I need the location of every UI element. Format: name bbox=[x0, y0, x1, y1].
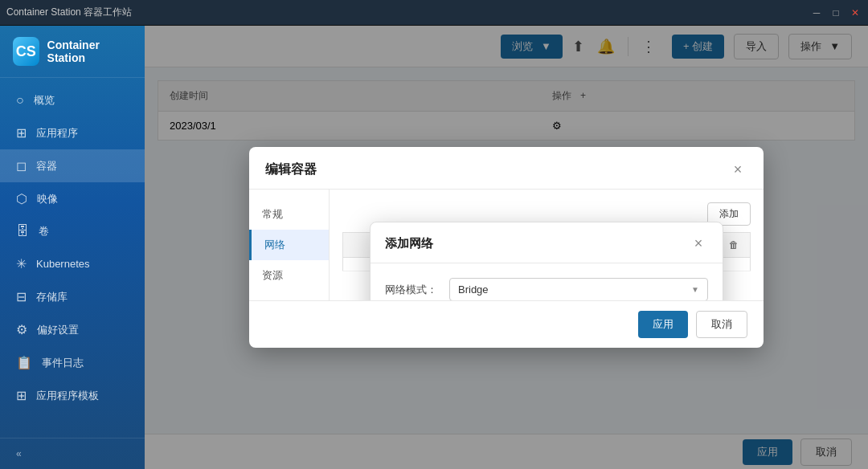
sidebar-label-app-templates: 应用程序模板 bbox=[36, 389, 99, 403]
sidebar-item-applications[interactable]: ⊞ 应用程序 bbox=[0, 116, 145, 149]
titlebar-title: Container Station 容器工作站 bbox=[6, 6, 132, 19]
tab-general[interactable]: 常规 bbox=[249, 199, 329, 230]
sidebar-item-settings[interactable]: ⚙ 偏好设置 bbox=[0, 313, 145, 346]
collapse-icon: « bbox=[16, 448, 22, 459]
settings-icon: ⚙ bbox=[16, 322, 27, 337]
sidebar-label-images: 映像 bbox=[37, 192, 58, 206]
titlebar: Container Station 容器工作站 ─ □ ✕ bbox=[0, 0, 868, 26]
edit-dialog-body: 常规 网络 资源 添加 bbox=[249, 190, 764, 300]
sidebar-item-app-templates[interactable]: ⊞ 应用程序模板 bbox=[0, 379, 145, 412]
sidebar-item-overview[interactable]: ○ 概览 bbox=[0, 84, 145, 116]
sidebar-nav: ○ 概览 ⊞ 应用程序 ◻ 容器 ⬡ 映像 🗄 卷 ✳ Kubernetes bbox=[0, 78, 145, 438]
images-icon: ⬡ bbox=[16, 191, 27, 206]
edit-container-dialog: 编辑容器 × 常规 网络 资源 bbox=[249, 147, 764, 348]
network-mode-select[interactable]: Bridge ▼ bbox=[449, 278, 708, 300]
sidebar-item-events[interactable]: 📋 事件日志 bbox=[0, 346, 145, 379]
sidebar-label-kubernetes: Kubernetes bbox=[36, 258, 90, 270]
app-templates-icon: ⊞ bbox=[16, 388, 27, 403]
sidebar: CS Container Station ○ 概览 ⊞ 应用程序 ◻ 容器 ⬡ … bbox=[0, 26, 145, 469]
edit-dialog-close[interactable]: × bbox=[728, 160, 747, 179]
sidebar-collapse[interactable]: « bbox=[0, 438, 145, 469]
sidebar-label-overview: 概览 bbox=[34, 93, 55, 108]
sidebar-item-storage[interactable]: ⊟ 存储库 bbox=[0, 280, 145, 313]
minimize-button[interactable]: ─ bbox=[810, 6, 823, 19]
storage-icon: ⊟ bbox=[16, 289, 27, 304]
app-name: Container Station bbox=[47, 39, 132, 64]
sidebar-header: CS Container Station bbox=[0, 26, 145, 78]
delete-icon: 🗑 bbox=[729, 239, 739, 251]
cancel-dialog-button[interactable]: 取消 bbox=[696, 311, 747, 338]
applications-icon: ⊞ bbox=[16, 125, 27, 141]
sidebar-item-images[interactable]: ⬡ 映像 bbox=[0, 182, 145, 215]
main-content: 浏览 ▼ ⬆ 🔔 ⋮ + 创建 导入 操作 ▼ bbox=[145, 26, 868, 469]
edit-dialog-tabs: 常规 网络 资源 bbox=[249, 190, 330, 300]
network-mode-control: Bridge ▼ bbox=[449, 278, 708, 300]
sidebar-label-applications: 应用程序 bbox=[36, 126, 78, 141]
close-button[interactable]: ✕ bbox=[849, 6, 862, 19]
sidebar-label-storage: 存储库 bbox=[36, 290, 68, 304]
select-arrow-icon: ▼ bbox=[691, 285, 699, 294]
tab-network[interactable]: 网络 bbox=[249, 230, 329, 260]
sidebar-item-kubernetes[interactable]: ✳ Kubernetes bbox=[0, 247, 145, 280]
add-network-dialog-header: 添加网络 × bbox=[371, 222, 723, 263]
network-mode-row: 网络模式： Bridge ▼ bbox=[385, 278, 708, 300]
sidebar-label-volumes: 卷 bbox=[39, 224, 49, 239]
add-network-close[interactable]: × bbox=[689, 234, 708, 253]
sidebar-item-containers[interactable]: ◻ 容器 bbox=[0, 149, 145, 182]
containers-icon: ◻ bbox=[16, 158, 27, 173]
events-icon: 📋 bbox=[16, 355, 32, 370]
sidebar-label-containers: 容器 bbox=[36, 159, 57, 173]
edit-dialog-content: 添加 🗑 bbox=[330, 190, 764, 300]
titlebar-controls: ─ □ ✕ bbox=[810, 6, 862, 19]
network-mode-label: 网络模式： bbox=[385, 283, 449, 297]
overview-icon: ○ bbox=[16, 93, 24, 108]
network-mode-value: Bridge bbox=[458, 283, 489, 296]
add-network-dialog: 添加网络 × 网络模式： Bridge bbox=[370, 222, 723, 300]
tab-resources[interactable]: 资源 bbox=[249, 260, 329, 291]
app-layout: CS Container Station ○ 概览 ⊞ 应用程序 ◻ 容器 ⬡ … bbox=[0, 26, 868, 469]
edit-dialog-header: 编辑容器 × bbox=[249, 147, 764, 190]
add-network-body: 网络模式： Bridge ▼ bbox=[371, 263, 723, 300]
kubernetes-icon: ✳ bbox=[16, 256, 27, 271]
maximize-button[interactable]: □ bbox=[829, 6, 842, 19]
apply-dialog-button[interactable]: 应用 bbox=[638, 311, 688, 338]
sidebar-label-events: 事件日志 bbox=[42, 356, 84, 370]
modal-overlay: 编辑容器 × 常规 网络 资源 bbox=[145, 26, 868, 469]
edit-dialog-title: 编辑容器 bbox=[265, 161, 317, 178]
sidebar-label-settings: 偏好设置 bbox=[37, 323, 79, 337]
add-network-title: 添加网络 bbox=[385, 236, 433, 251]
volumes-icon: 🗄 bbox=[16, 224, 29, 239]
edit-dialog-footer: 应用 取消 bbox=[249, 300, 764, 348]
app-logo: CS bbox=[13, 37, 39, 66]
sidebar-item-volumes[interactable]: 🗄 卷 bbox=[0, 215, 145, 247]
